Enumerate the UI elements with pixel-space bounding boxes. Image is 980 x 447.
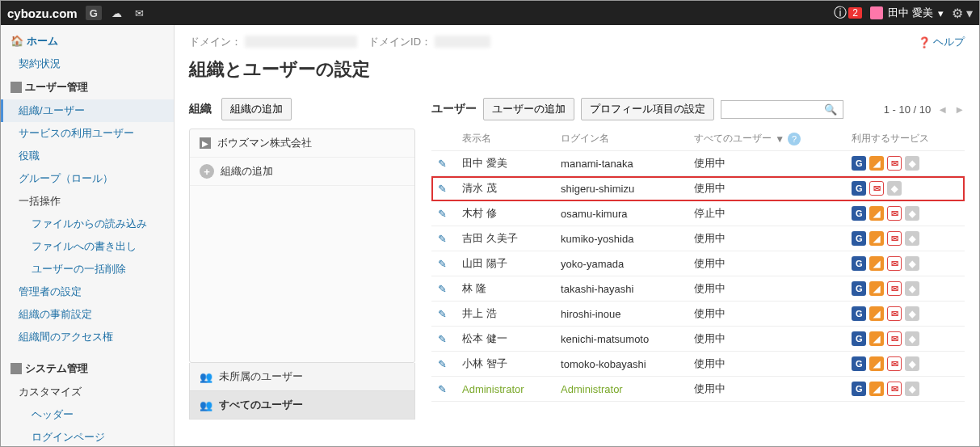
mail-icon[interactable]: ✉ [132, 6, 147, 20]
edit-icon[interactable]: ✎ [438, 183, 447, 195]
service-g-icon: G [852, 231, 866, 246]
service-icons: G◢✉◆ [852, 356, 958, 371]
sidebar-login-page[interactable]: ログインページ [1, 426, 174, 447]
service-o-icon: ◢ [869, 356, 884, 371]
sidebar-org-users[interactable]: 組織/ユーザー [1, 99, 174, 122]
service-m-icon: ✉ [887, 231, 902, 246]
notification-badge: 2 [848, 7, 862, 19]
table-row[interactable]: ✎ 林 隆 takashi-hayashi 使用中 G◢✉◆ [431, 276, 965, 302]
sidebar-contract[interactable]: 契約状況 [1, 53, 174, 75]
table-row[interactable]: ✎ 田中 愛美 manami-tanaka 使用中 G◢✉◆ [431, 151, 965, 176]
user-display-name[interactable]: 木村 修 [462, 207, 497, 219]
domain-id-label: ドメインID： [368, 36, 431, 48]
sidebar-service-users[interactable]: サービスの利用ユーザー [1, 122, 174, 145]
edit-icon[interactable]: ✎ [438, 308, 447, 320]
user-display-name[interactable]: 吉田 久美子 [462, 232, 518, 244]
pager-prev[interactable]: ◄ [937, 103, 948, 116]
user-login-name: kumiko-yoshida [561, 233, 633, 245]
user-display-name[interactable]: Administrator [462, 383, 524, 395]
user-display-name[interactable]: 山田 陽子 [462, 257, 507, 269]
user-login-name: takashi-hayashi [561, 283, 633, 295]
pager: 1 - 10 / 10 ◄ ► [884, 103, 965, 116]
edit-icon[interactable]: ✎ [438, 233, 447, 245]
add-org-button[interactable]: 組織の追加 [221, 98, 292, 120]
edit-icon[interactable]: ✎ [438, 283, 447, 295]
service-o-icon: ◢ [869, 231, 884, 246]
service-g-icon: G [852, 281, 866, 296]
expand-icon[interactable]: ▶ [200, 137, 211, 149]
sidebar-customize[interactable]: カスタマイズ [1, 381, 174, 403]
cloud-icon[interactable]: ☁ [110, 6, 124, 20]
table-row[interactable]: ✎ 吉田 久美子 kumiko-yoshida 使用中 G◢✉◆ [431, 226, 965, 251]
edit-icon[interactable]: ✎ [438, 358, 447, 370]
brand[interactable]: cybozu.com [7, 6, 78, 20]
sidebar-org-presettings[interactable]: 組織の事前設定 [1, 303, 174, 326]
sidebar-header-link[interactable]: ヘッダー [1, 403, 174, 426]
service-m-icon: ✉ [887, 281, 902, 296]
edit-icon[interactable]: ✎ [438, 208, 447, 220]
pager-next[interactable]: ► [954, 103, 965, 116]
unassigned-label: 未所属のユーザー [219, 369, 303, 384]
gear-icon[interactable]: ⚙ ▾ [952, 6, 973, 21]
profile-fields-button[interactable]: プロフィール項目の設定 [581, 98, 714, 120]
add-user-button[interactable]: ユーザーの追加 [483, 98, 574, 120]
service-s-icon: ◆ [887, 181, 902, 196]
table-row[interactable]: ✎ 小林 智子 tomoko-kobayashi 使用中 G◢✉◆ [431, 352, 965, 377]
help-link[interactable]: ❓ヘルプ [918, 35, 965, 49]
search-button[interactable]: 🔍 [819, 102, 842, 117]
chevron-down-icon: ▼ [775, 133, 784, 145]
user-display-name[interactable]: 林 隆 [462, 282, 486, 294]
table-row[interactable]: ✎ 木村 修 osamu-kimura 停止中 G◢✉◆ [431, 201, 965, 226]
table-row[interactable]: ✎ 清水 茂 shigeru-shimizu 使用中 G✉◆ [431, 176, 965, 201]
user-menu[interactable]: 田中 愛美 ▾ [870, 6, 944, 20]
sidebar-admin-settings[interactable]: 管理者の設定 [1, 280, 174, 303]
table-row[interactable]: ✎ 松本 健一 kenichi-matsumoto 使用中 G◢✉◆ [431, 327, 965, 352]
sidebar-org-access[interactable]: 組織間のアクセス権 [1, 326, 174, 348]
table-row[interactable]: ✎ 山田 陽子 yoko-yamada 使用中 G◢✉◆ [431, 251, 965, 276]
unassigned-users[interactable]: 👥 未所属のユーザー [189, 363, 415, 391]
service-s-icon: ◆ [905, 306, 919, 321]
service-s-icon: ◆ [905, 231, 919, 246]
user-display-name[interactable]: 小林 智子 [462, 357, 507, 369]
user-display-name[interactable]: 清水 茂 [462, 182, 497, 194]
service-m-icon: ✉ [887, 206, 902, 221]
service-g-icon: G [852, 181, 866, 196]
edit-icon[interactable]: ✎ [438, 158, 447, 170]
th-filter[interactable]: すべてのユーザー ▼ ? [688, 127, 845, 151]
edit-icon[interactable]: ✎ [438, 258, 447, 270]
table-row[interactable]: ✎ Administrator Administrator 使用中 G◢✉◆ [431, 377, 965, 402]
square-icon [11, 363, 22, 374]
user-status: 使用中 [688, 151, 845, 176]
help-icon: ❓ [918, 36, 931, 48]
sidebar-bulk[interactable]: 一括操作 [1, 190, 174, 213]
th-login[interactable]: ログイン名 [554, 127, 688, 151]
sidebar-bulk-import[interactable]: ファイルからの読み込み [1, 213, 174, 235]
org-add-inline[interactable]: + 組織の追加 [190, 158, 414, 186]
user-display-name[interactable]: 田中 愛美 [462, 157, 507, 169]
service-o-icon: ◢ [869, 206, 884, 221]
help-icon[interactable]: ? [788, 133, 801, 145]
notification-button[interactable]: ⓘ 2 [834, 5, 862, 22]
th-display[interactable]: 表示名 [456, 127, 554, 151]
search-input[interactable] [722, 102, 819, 117]
sidebar-groups[interactable]: グループ（ロール） [1, 167, 174, 190]
edit-icon[interactable]: ✎ [438, 383, 447, 395]
user-login-name: osamu-kimura [561, 208, 627, 220]
table-row[interactable]: ✎ 井上 浩 hiroshi-inoue 使用中 G◢✉◆ [431, 302, 965, 327]
sidebar-bulk-export[interactable]: ファイルへの書き出し [1, 235, 174, 258]
edit-icon[interactable]: ✎ [438, 333, 447, 345]
user-display-name[interactable]: 松本 健一 [462, 332, 507, 344]
sidebar-home[interactable]: 🏠ホーム [1, 30, 174, 53]
user-display-name[interactable]: 井上 浩 [462, 307, 497, 319]
service-s-icon: ◆ [905, 281, 919, 296]
domain-line: ドメイン： xxxxxx ドメインID： xxx [189, 35, 965, 49]
sidebar-bulk-delete[interactable]: ユーザーの一括削除 [1, 258, 174, 280]
user-login-name: kenichi-matsumoto [561, 333, 649, 345]
org-root-item[interactable]: ▶ ボウズマン株式会社 [190, 129, 414, 158]
sidebar-system-label: システム管理 [25, 361, 88, 376]
all-users[interactable]: 👥 すべてのユーザー [189, 391, 415, 420]
user-login-name: manami-tanaka [561, 158, 633, 170]
sidebar-positions[interactable]: 役職 [1, 145, 174, 167]
app-g-icon[interactable]: G [86, 6, 102, 20]
service-g-icon: G [852, 206, 866, 221]
